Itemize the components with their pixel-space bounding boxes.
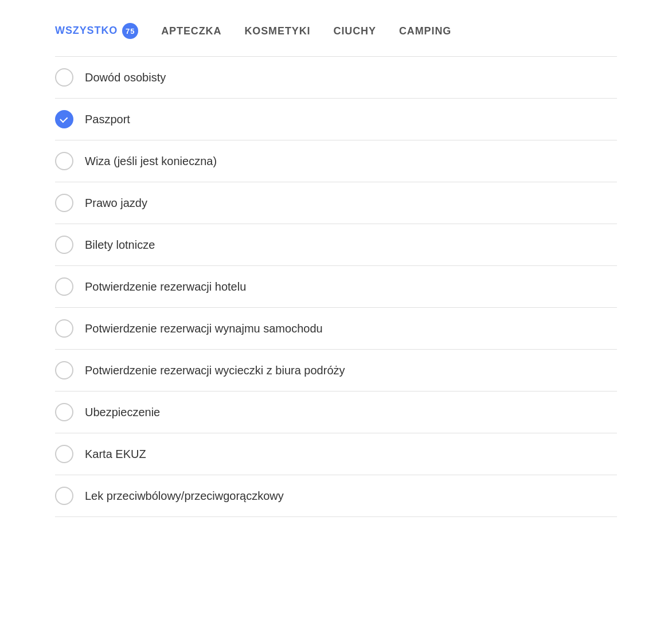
tab-camping[interactable]: CAMPING <box>399 25 451 37</box>
list-item: Lek przeciwbólowy/przeciwgorączkowy <box>55 475 617 517</box>
tab-label-camping: CAMPING <box>399 25 451 37</box>
tab-label-kosmetyki: KOSMETYKI <box>244 25 310 37</box>
item-label-10: Karta EKUZ <box>85 448 146 461</box>
check-circle-8[interactable] <box>55 361 73 379</box>
item-label-1: Dowód osobisty <box>85 71 166 84</box>
check-circle-10[interactable] <box>55 445 73 463</box>
item-label-4: Prawo jazdy <box>85 197 147 210</box>
check-circle-2[interactable] <box>55 110 73 128</box>
list-item: Wiza (jeśli jest konieczna) <box>55 140 617 182</box>
check-circle-3[interactable] <box>55 152 73 170</box>
tab-badge-wszystko: 75 <box>122 23 138 39</box>
check-circle-9[interactable] <box>55 403 73 421</box>
tab-wszystko[interactable]: WSZYSTKO75 <box>55 23 138 39</box>
check-circle-1[interactable] <box>55 68 73 87</box>
tab-label-apteczka: APTECZKA <box>161 25 221 37</box>
item-label-3: Wiza (jeśli jest konieczna) <box>85 155 217 168</box>
item-label-5: Bilety lotnicze <box>85 238 155 252</box>
tab-label-ciuchy: CIUCHY <box>334 25 376 37</box>
tab-apteczka[interactable]: APTECZKA <box>161 25 221 37</box>
item-label-8: Potwierdzenie rezerwacji wycieczki z biu… <box>85 364 345 377</box>
check-circle-6[interactable] <box>55 277 73 296</box>
check-circle-7[interactable] <box>55 319 73 338</box>
list-item: Potwierdzenie rezerwacji wynajmu samocho… <box>55 308 617 350</box>
list-item: Paszport <box>55 99 617 140</box>
tab-bar: WSZYSTKO75APTECZKAKOSMETYKICIUCHYCAMPING <box>55 23 617 50</box>
item-label-11: Lek przeciwbólowy/przeciwgorączkowy <box>85 490 284 503</box>
list-item: Karta EKUZ <box>55 433 617 475</box>
tab-label-wszystko: WSZYSTKO <box>55 25 118 36</box>
tab-ciuchy[interactable]: CIUCHY <box>334 25 376 37</box>
tab-kosmetyki[interactable]: KOSMETYKI <box>244 25 310 37</box>
check-circle-4[interactable] <box>55 194 73 212</box>
list-item: Prawo jazdy <box>55 182 617 224</box>
item-label-9: Ubezpieczenie <box>85 406 160 419</box>
item-label-7: Potwierdzenie rezerwacji wynajmu samocho… <box>85 322 323 335</box>
list-item: Bilety lotnicze <box>55 224 617 266</box>
list-item: Dowód osobisty <box>55 57 617 99</box>
check-circle-5[interactable] <box>55 236 73 254</box>
item-label-2: Paszport <box>85 113 130 126</box>
list-item: Ubezpieczenie <box>55 392 617 433</box>
list-item: Potwierdzenie rezerwacji wycieczki z biu… <box>55 350 617 392</box>
item-label-6: Potwierdzenie rezerwacji hotelu <box>85 280 246 293</box>
list-item: Potwierdzenie rezerwacji hotelu <box>55 266 617 308</box>
check-circle-11[interactable] <box>55 487 73 505</box>
checklist: Dowód osobistyPaszportWiza (jeśli jest k… <box>55 57 617 517</box>
